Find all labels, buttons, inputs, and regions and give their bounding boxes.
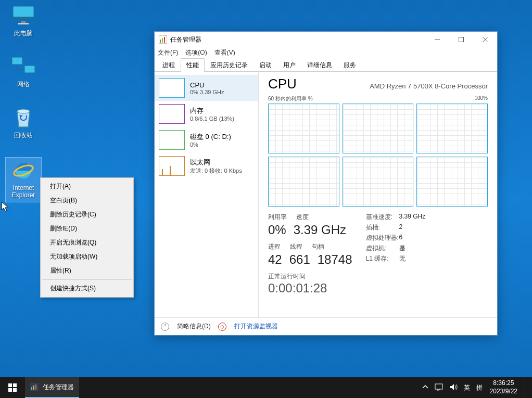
- sidebar-title: 磁盘 0 (C: D:): [190, 132, 231, 142]
- svg-rect-5: [24, 66, 35, 73]
- tab-startup[interactable]: 启动: [254, 58, 277, 72]
- sidebar-item-memory[interactable]: 内存0.8/6.1 GB (13%): [155, 101, 258, 127]
- svg-rect-14: [459, 37, 464, 42]
- tab-users[interactable]: 用户: [277, 58, 301, 72]
- menu-item-delete-history[interactable]: 删除历史记录(C): [41, 208, 133, 222]
- tab-details[interactable]: 详细信息: [301, 58, 338, 72]
- icon-label: Internet Explorer: [6, 184, 41, 199]
- action-center-icon[interactable]: [435, 383, 443, 393]
- value-base-speed: 3.39 GHz: [399, 213, 426, 222]
- icon-label: 此电脑: [5, 29, 42, 38]
- label-processes: 进程: [268, 242, 281, 251]
- value-utilization: 0%: [268, 223, 286, 237]
- sidebar-title: 内存: [190, 106, 234, 115]
- fewer-details-link[interactable]: 简略信息(D): [177, 322, 211, 331]
- icon-label: 网络: [5, 80, 42, 89]
- tab-services[interactable]: 服务: [338, 58, 362, 72]
- sidebar-sub: 0%: [190, 142, 231, 148]
- tray-chevron-up-icon[interactable]: [422, 384, 428, 392]
- label-threads: 线程: [290, 242, 302, 251]
- titlebar[interactable]: 任务管理器: [155, 32, 497, 47]
- monitor-icon: [11, 4, 36, 27]
- chevron-up-icon[interactable]: ˄: [161, 323, 169, 331]
- start-button[interactable]: [0, 377, 25, 398]
- menu-file[interactable]: 文件(F): [158, 48, 178, 57]
- cursor-icon: [1, 201, 10, 213]
- sidebar-title: CPU: [190, 81, 224, 89]
- menu-item-blank[interactable]: 空白页(B): [41, 194, 133, 208]
- menu-item-open[interactable]: 打开(A): [41, 179, 133, 194]
- task-manager-icon: [30, 383, 39, 391]
- value-speed: 3.39 GHz: [294, 223, 346, 237]
- network-icon: [11, 55, 36, 78]
- core-graph: [268, 157, 339, 207]
- maximize-button[interactable]: [449, 32, 473, 47]
- svg-rect-11: [162, 38, 163, 43]
- minimize-button[interactable]: [425, 32, 449, 47]
- window-footer: ˄ 简略信息(D) ◇ 打开资源监视器: [155, 317, 497, 335]
- label-handles: 句柄: [312, 242, 324, 251]
- svg-rect-24: [35, 384, 36, 390]
- icon-label: 回收站: [5, 131, 42, 140]
- task-manager-window: 任务管理器 文件(F) 选项(O) 查看(V) 进程 性能 应用历史记录 启动 …: [154, 31, 498, 336]
- value-uptime: 0:00:01:28: [268, 281, 352, 296]
- sidebar-item-cpu[interactable]: CPU0% 3.39 GHz: [155, 75, 258, 101]
- label-base-speed: 基准速度:: [366, 213, 399, 222]
- menu-view[interactable]: 查看(V): [214, 48, 235, 57]
- ime-mode[interactable]: 拼: [476, 383, 483, 392]
- desktop-icon-ie[interactable]: Internet Explorer: [5, 157, 42, 202]
- tab-processes[interactable]: 进程: [157, 58, 181, 72]
- cpu-core-graphs[interactable]: [268, 104, 488, 207]
- svg-rect-4: [12, 57, 22, 65]
- taskbar-clock[interactable]: 8:36:25 2023/9/22: [490, 379, 517, 395]
- task-manager-icon: [159, 35, 167, 44]
- menu-options[interactable]: 选项(O): [185, 48, 207, 57]
- value-vproc: 6: [399, 234, 426, 242]
- axis-right-label: 100%: [474, 95, 488, 102]
- clock-date: 2023/9/22: [490, 388, 517, 396]
- value-processes: 42: [268, 252, 282, 267]
- svg-rect-25: [435, 384, 442, 389]
- desktop-icon-network[interactable]: 网络: [5, 55, 42, 89]
- menu-item-create-shortcut[interactable]: 创建快捷方式(S): [41, 281, 133, 296]
- svg-rect-20: [13, 388, 17, 392]
- value-sockets: 2: [399, 223, 426, 232]
- clock-time: 8:36:25: [490, 379, 517, 388]
- tab-performance[interactable]: 性能: [181, 58, 205, 72]
- ime-lang[interactable]: 英: [464, 383, 470, 392]
- open-resmon-link[interactable]: 打开资源监视器: [234, 322, 278, 331]
- taskbar-app-task-manager[interactable]: 任务管理器: [25, 377, 79, 398]
- taskbar-app-label: 任务管理器: [43, 383, 74, 392]
- ethernet-mini-chart: [159, 156, 185, 176]
- svg-point-6: [17, 109, 30, 113]
- value-threads: 661: [289, 252, 310, 267]
- show-desktop-button[interactable]: [525, 377, 528, 398]
- cpu-mini-chart: [159, 78, 185, 98]
- svg-rect-12: [164, 37, 165, 43]
- label-vproc: 虚拟处理器:: [366, 234, 399, 242]
- close-button[interactable]: [473, 32, 497, 47]
- menu-item-noaddon[interactable]: 无加载项启动(W): [41, 250, 133, 264]
- separator: [42, 279, 132, 280]
- core-graph: [343, 157, 414, 207]
- context-menu: 打开(A) 空白页(B) 删除历史记录(C) 删除IE(D) 开启无痕浏览(Q)…: [40, 177, 134, 298]
- sidebar-sub: 0% 3.39 GHz: [190, 89, 224, 95]
- desktop-icon-recycle-bin[interactable]: 回收站: [5, 106, 42, 140]
- disk-mini-chart: [159, 130, 185, 150]
- label-vm: 虚拟机:: [366, 244, 399, 253]
- sidebar-item-ethernet[interactable]: 以太网发送: 0 接收: 0 Kbps: [155, 153, 258, 179]
- tab-app-history[interactable]: 应用历史记录: [205, 58, 254, 72]
- window-title: 任务管理器: [170, 35, 425, 44]
- value-handles: 18748: [318, 252, 352, 267]
- value-vm: 是: [399, 244, 426, 253]
- menu-item-properties[interactable]: 属性(R): [41, 264, 133, 278]
- svg-rect-18: [13, 383, 17, 387]
- menu-item-inprivate[interactable]: 开启无痕浏览(Q): [41, 236, 133, 250]
- sidebar-item-disk[interactable]: 磁盘 0 (C: D:)0%: [155, 127, 258, 153]
- cpu-model: AMD Ryzen 7 5700X 8-Core Processor: [370, 82, 488, 90]
- volume-icon[interactable]: [449, 383, 458, 393]
- menu-item-delete-ie[interactable]: 删除IE(D): [41, 222, 133, 236]
- label-uptime: 正常运行时间: [268, 272, 352, 281]
- svg-rect-17: [8, 383, 12, 387]
- desktop-icon-this-pc[interactable]: 此电脑: [5, 4, 42, 38]
